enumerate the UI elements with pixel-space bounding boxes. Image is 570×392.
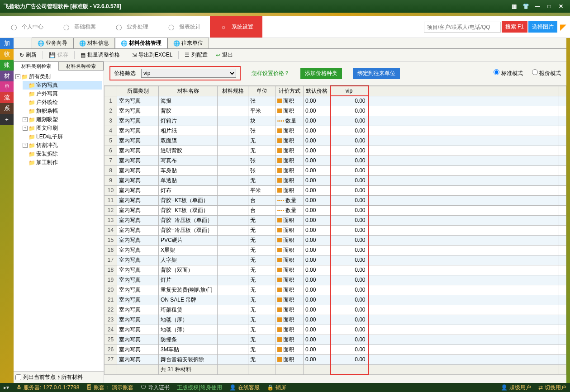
cell-vip-price[interactable]: 0.00 (331, 126, 369, 136)
cell-category[interactable]: 室内写真 (117, 126, 159, 136)
tree-node[interactable]: 📁户外写真 (23, 90, 102, 98)
cell-category[interactable]: 室内写真 (117, 255, 159, 265)
table-row[interactable]: 22室内写真珩架租赁无面积0.000.00 (104, 305, 566, 315)
cell-name[interactable]: PVC硬片 (159, 235, 218, 245)
table-row[interactable]: 13室内写真背胶+冷压板（单面）无面积0.000.00 (104, 215, 566, 225)
table-row[interactable]: 25室内写真防撞条无面积0.000.00 (104, 335, 566, 345)
cell-default-price[interactable]: 0.00 (304, 285, 331, 295)
cell-unit[interactable]: 平米 (248, 185, 276, 195)
table-row[interactable]: 12室内写真背胶+KT板（双面）台数量0.000.00 (104, 205, 566, 215)
cell-name[interactable]: 双面膜 (159, 136, 218, 146)
cell-unit[interactable]: 平米 (248, 106, 276, 116)
cell-unit[interactable]: 无 (248, 335, 276, 345)
cell-name[interactable]: 相片纸 (159, 126, 218, 136)
tree-tab-name[interactable]: 材料名称检索 (59, 61, 104, 71)
col-category[interactable]: 所属类别 (117, 86, 159, 96)
nav-report[interactable]: ◯报表统计 (157, 16, 210, 38)
cell-default-price[interactable]: 0.00 (304, 354, 331, 364)
cell-vip-price[interactable]: 0.00 (331, 275, 369, 285)
expand-icon[interactable]: + (23, 126, 28, 131)
cell-category[interactable]: 室内写真 (117, 195, 159, 205)
cell-unit[interactable]: 无 (248, 136, 276, 146)
table-row[interactable]: 1室内写真海报张面积0.000.00 (104, 96, 566, 106)
status-expand[interactable]: ▸▾ (4, 384, 9, 391)
cell-category[interactable]: 室内写真 (117, 315, 159, 325)
cell-spec[interactable] (218, 96, 248, 106)
doc-tab-2[interactable]: 🌐材料价格管理 (115, 38, 167, 48)
cell-vip-price[interactable]: 0.00 (331, 215, 369, 225)
cell-category[interactable]: 室内写真 (117, 165, 159, 175)
cell-default-price[interactable]: 0.00 (304, 275, 331, 285)
cell-calc[interactable]: 面积 (276, 245, 304, 255)
cell-unit[interactable]: 张 (248, 156, 276, 165)
cell-calc[interactable]: 面积 (276, 235, 304, 245)
cell-calc[interactable]: 面积 (276, 265, 304, 275)
col-unit[interactable]: 单位 (248, 86, 276, 96)
cell-spec[interactable] (218, 175, 248, 185)
left-tab-3[interactable]: 材 (0, 71, 14, 81)
cell-spec[interactable] (218, 285, 248, 295)
cell-unit[interactable]: 无 (248, 146, 276, 156)
cell-vip-price[interactable]: 0.00 (331, 146, 369, 156)
left-tab-5[interactable]: 流 (0, 92, 14, 103)
cell-category[interactable]: 室内写真 (117, 225, 159, 235)
cell-name[interactable]: 背胶+冷压板（双面） (159, 225, 218, 235)
cell-calc[interactable]: 面积 (276, 225, 304, 235)
export-button[interactable]: ⇲导出到EXCEL (129, 50, 176, 60)
cell-spec[interactable] (218, 126, 248, 136)
cell-calc[interactable]: 面积 (276, 305, 304, 315)
cell-name[interactable]: 人字架 (159, 255, 218, 265)
cell-category[interactable]: 室内写真 (117, 156, 159, 165)
cell-calc[interactable]: 面积 (276, 315, 304, 325)
cell-name[interactable]: 灯布 (159, 185, 218, 195)
cell-spec[interactable] (218, 165, 248, 175)
cell-calc[interactable]: 面积 (276, 255, 304, 265)
status-lock[interactable]: 🔒 锁屏 (267, 384, 286, 392)
tree-node[interactable]: 📁旗帜条幅 (23, 107, 102, 115)
cell-spec[interactable] (218, 275, 248, 285)
col-rownum[interactable] (104, 86, 117, 96)
close-icon[interactable]: ✕ (556, 2, 566, 11)
cell-default-price[interactable]: 0.00 (304, 345, 331, 354)
cell-spec[interactable] (218, 156, 248, 165)
price-filter-select[interactable]: vip (141, 69, 236, 78)
cell-unit[interactable]: 无 (248, 265, 276, 275)
cell-spec[interactable] (218, 345, 248, 354)
cell-calc[interactable]: 面积 (276, 146, 304, 156)
cell-unit[interactable]: 无 (248, 175, 276, 185)
cell-default-price[interactable]: 0.00 (304, 255, 331, 265)
cell-name[interactable]: 背胶（双面） (159, 265, 218, 275)
bind-unit-button[interactable]: 绑定到往来单位 (353, 68, 400, 79)
grid-wrap[interactable]: 所属类别 材料名称 材料规格 单位 计价方式 默认价格 vip 1室内写真海报张… (104, 85, 566, 383)
cell-unit[interactable]: 无 (248, 315, 276, 325)
cell-calc[interactable]: 面积 (276, 175, 304, 185)
left-tab-7[interactable]: + (0, 114, 14, 125)
cell-name[interactable]: ON SALE 吊牌 (159, 295, 218, 305)
cell-unit[interactable]: 无 (248, 305, 276, 315)
table-row[interactable]: 9室内写真单透贴无面积0.000.00 (104, 175, 566, 185)
table-row[interactable]: 10室内写真灯布平米面积0.000.00 (104, 185, 566, 195)
tree-node[interactable]: 📁户外喷绘 (23, 98, 102, 107)
cell-name[interactable]: 灯片 (159, 275, 218, 285)
left-tab-6[interactable]: 系 (0, 103, 14, 114)
cell-default-price[interactable]: 0.00 (304, 165, 331, 175)
cell-vip-price[interactable]: 0.00 (331, 106, 369, 116)
cell-calc[interactable]: 面积 (276, 156, 304, 165)
cell-spec[interactable] (218, 245, 248, 255)
cell-default-price[interactable]: 0.00 (304, 195, 331, 205)
table-row[interactable]: 5室内写真双面膜无面积0.000.00 (104, 136, 566, 146)
cell-category[interactable]: 室内写真 (117, 175, 159, 185)
cell-name[interactable]: 海报 (159, 96, 218, 106)
cell-name[interactable]: 背胶+KT板（双面） (159, 205, 218, 215)
batch-button[interactable]: ▤批量调整价格 (77, 50, 123, 60)
cell-spec[interactable] (218, 136, 248, 146)
cell-spec[interactable] (218, 255, 248, 265)
cell-default-price[interactable]: 0.00 (304, 325, 331, 335)
nav-archive[interactable]: ◯基础档案 (52, 16, 105, 38)
table-row[interactable]: 17室内写真人字架无面积0.000.00 (104, 255, 566, 265)
table-row[interactable]: 3室内写真灯箱片块数量0.000.00 (104, 116, 566, 126)
table-row[interactable]: 4室内写真相片纸张面积0.000.00 (104, 126, 566, 136)
cell-default-price[interactable]: 0.00 (304, 136, 331, 146)
cell-default-price[interactable]: 0.00 (304, 146, 331, 156)
cell-category[interactable]: 室内写真 (117, 295, 159, 305)
